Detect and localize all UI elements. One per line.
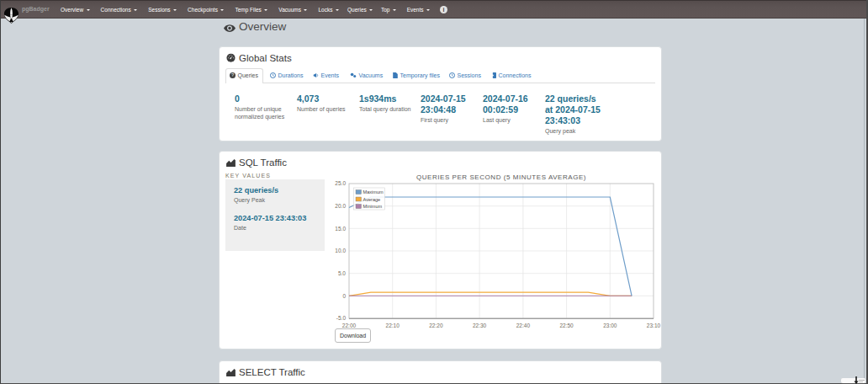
svg-text:QUERIES PER SECOND (5 MINUTES: QUERIES PER SECOND (5 MINUTES AVERAGE): [416, 173, 586, 181]
svg-text:22:40: 22:40: [516, 323, 531, 328]
svg-text:23:00: 23:00: [603, 323, 617, 328]
svg-text:22:00: 22:00: [342, 323, 357, 328]
svg-text:22:30: 22:30: [473, 323, 487, 328]
svg-text:-5.0: -5.0: [336, 315, 347, 321]
svg-text:22:50: 22:50: [559, 323, 574, 328]
svg-text:23:10: 23:10: [647, 323, 661, 328]
svg-text:5.0: 5.0: [338, 270, 346, 276]
svg-text:0: 0: [342, 293, 346, 299]
svg-text:20.0: 20.0: [335, 203, 346, 209]
svg-text:Average: Average: [363, 197, 381, 202]
svg-text:22:10: 22:10: [386, 323, 400, 328]
svg-text:?: ?: [231, 72, 234, 77]
svg-text:Minimum: Minimum: [363, 204, 383, 209]
svg-text:25.0: 25.0: [335, 180, 346, 186]
svg-text:10.0: 10.0: [335, 248, 346, 253]
svg-text:15.0: 15.0: [335, 226, 346, 232]
svg-text:Maximum: Maximum: [363, 189, 384, 195]
svg-text:22:20: 22:20: [429, 323, 443, 328]
